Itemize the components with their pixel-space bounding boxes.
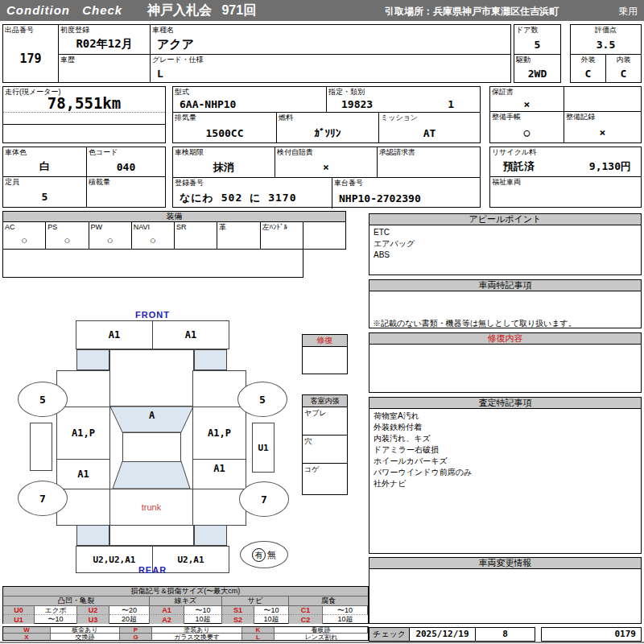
roof-panel (122, 432, 181, 462)
check-row: チェック 2025/12/19 8 (369, 627, 535, 642)
warranty-cell: 保証書 × (490, 87, 564, 112)
legend-size: 〜10 (254, 606, 289, 615)
repair-contents-box: 修復内容 (369, 332, 642, 393)
color-capacity-table: 車体色 白 色コード 040 定員 5 積載量 (2, 147, 166, 208)
load (87, 187, 165, 207)
legend-code: U0 (3, 606, 35, 615)
appeal-points-box: アピールポイント ETC エアバッグ ABS (369, 213, 642, 275)
vehicle-change-info-box: 車両変更情報 (369, 557, 642, 624)
approval-cell: 承認請求書 (378, 147, 480, 177)
body-color: 白 (3, 157, 86, 176)
grade: L (151, 64, 510, 82)
front-door-left: A1,P (56, 407, 110, 460)
interior-grade-cell: 内装 C (606, 55, 641, 82)
inspection-cell: 車検期限 抹消 (173, 147, 275, 177)
legend-code: S1 (222, 606, 254, 615)
assessment-item: パワーウインドウ前席のみ (374, 467, 637, 478)
lot-number-cell: 出品番号 179 (3, 25, 59, 82)
grade-cell: グレード・仕様 L (151, 55, 510, 82)
legend-code: C1 (289, 606, 323, 615)
class-number: 19823 (341, 98, 373, 110)
usage-type: 乗用 (618, 5, 638, 19)
approval (378, 157, 480, 177)
pickup-location: 引取場所：兵庫県神戸市東灘区住吉浜町 (385, 5, 559, 19)
recycle-status: 預託済 (503, 159, 535, 174)
headlight-left (76, 349, 109, 370)
legend-size: 〜10 (35, 615, 77, 624)
score: 3.5 (571, 35, 641, 54)
check-label: チェック (369, 628, 410, 641)
color-code: 040 (87, 157, 165, 176)
insurance-cell: 検付自賠責 × (275, 147, 378, 177)
maintenance-record-mark: × (564, 122, 641, 142)
legend-category: 凸凹・亀裂 (3, 597, 150, 605)
recycle-fee: 9,130円 (589, 159, 631, 174)
model-name-cell: 車種名 アクア (151, 25, 510, 55)
damage-legend-table: 損傷記号＆損傷サイズ(〜最大cm) 凸凹・亀裂 線キズ サビ 腐食 U0 エクボ… (2, 586, 369, 624)
displacement-cell: 排気量 1500CC (173, 113, 277, 143)
mark-meaning: 塗装あり (152, 627, 242, 634)
rear-panel (109, 525, 194, 546)
documents-table: 保証書 × 整備手帳 ○ 整備記録 × (489, 86, 642, 143)
trunk-panel: trunk (109, 489, 193, 526)
cabin-lining-header: 客室内張 (303, 395, 347, 407)
score-cell: 評価点 3.5 (571, 25, 641, 55)
cabin-lining-row-burn: コゲ (303, 464, 347, 476)
class-sub-number: 1 (448, 98, 454, 110)
equipment-cell-ps: PS ○ (46, 222, 89, 249)
wheel-front-left: 5 (18, 382, 68, 417)
vin: NHP10-2702390 (332, 188, 480, 208)
legend-code: U3 (77, 615, 109, 624)
capacity: 5 (3, 187, 86, 207)
rear-door-right: A1 (192, 459, 246, 489)
taillight-left (76, 525, 109, 546)
legend-size: エクボ (35, 606, 77, 615)
car-damage-diagram: FRONT A1 A1 A1,P A1 A1,P A1 A trunk U2,U… (0, 310, 370, 584)
maintenance-record-cell: 整備記録 × (564, 112, 641, 142)
fuel: ｶﾞｿﾘﾝ (277, 122, 378, 143)
maintenance-book-mark: ○ (490, 122, 564, 142)
cabin-lining-row-hole: 穴 (303, 436, 347, 464)
repair-flag-header: 修復 (303, 335, 347, 347)
empty-doc-cell (564, 87, 641, 112)
rear-door-left: A1 (56, 459, 110, 489)
mark-meaning: 交換跡 (51, 634, 120, 640)
transmission: AT (379, 122, 480, 143)
wheel-rear-right: 7 (239, 481, 289, 517)
exterior-grade-cell: 外装 C (571, 55, 606, 82)
mark-meaning: ガラス交換要す (152, 634, 242, 640)
assessment-item: 社外ナビ (374, 478, 637, 489)
transmission-cell: ミッション AT (379, 113, 480, 143)
first-registration-cell: 初度登録 R02年12月 (59, 25, 151, 55)
lot-number: 179 (3, 35, 58, 82)
mark-meaning: 板金あり (51, 627, 120, 634)
vehicle-notes-box: 車両特記事項 ※記載のない書類・機器等は無しとして取り扱います。 (369, 279, 642, 328)
displacement: 1500CC (173, 122, 276, 143)
mark-meaning: レンズ割れ (275, 634, 368, 640)
equipment-header: 装備 (3, 212, 345, 222)
plate-number: なにわ 502 に 3170 (173, 188, 332, 208)
repair-contents-header: 修復内容 (369, 333, 641, 345)
equipment-cell-leather: 革 (217, 222, 260, 249)
front-bumper: A1 A1 (76, 320, 229, 349)
legend-size: 〜10 (184, 606, 222, 615)
mark-code: X (3, 634, 51, 640)
legend-code: C2 (289, 615, 323, 624)
model-code: 6AA-NHP10 (173, 97, 326, 112)
check-date: 2025/12/19 (410, 628, 476, 641)
spec-table: 型式 6AA-NHP10 指定・類別 19823 1 排気量 1500CC 燃料… (172, 86, 481, 143)
mark-code: W (3, 627, 51, 634)
front-bumper-left-mark: A1 (76, 321, 153, 349)
appeal-item: エアバッグ (374, 238, 637, 250)
doors-cell: ドア数 5 (514, 25, 560, 55)
assessment-item: 内装汚れ、キズ (374, 433, 637, 444)
score-table: 評価点 3.5 外装 C 内装 C (570, 24, 642, 83)
color-code-cell: 色コード 040 (87, 147, 165, 177)
exterior-grade: C (571, 64, 605, 82)
assessment-item: ホイールカバーキズ (374, 456, 637, 467)
drive-cell: 駆動 2WD (514, 55, 560, 82)
mileage-box: 走行(現メーター) 78,551km (2, 86, 166, 143)
repair-contents-body (369, 345, 641, 348)
assessment-item: 外装鉄粉付着 (374, 422, 637, 433)
legend-category: 線キズ (150, 597, 222, 605)
